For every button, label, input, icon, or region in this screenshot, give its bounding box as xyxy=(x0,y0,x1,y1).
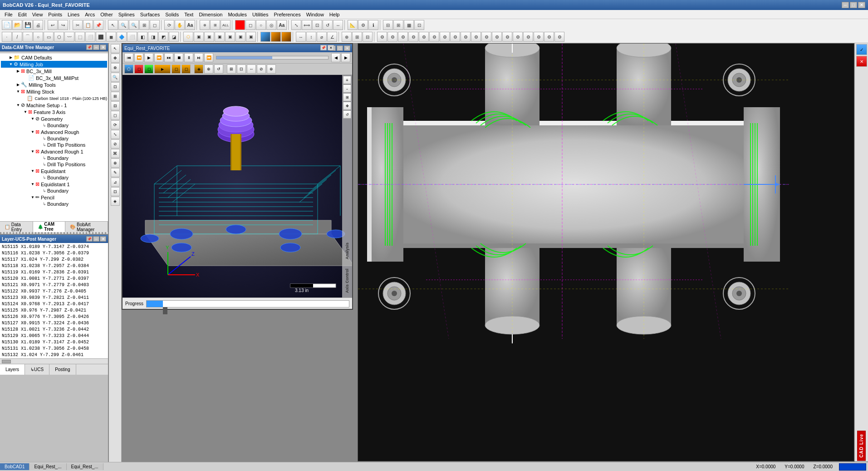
tb-text[interactable]: Aa xyxy=(277,20,287,30)
view-orange-btn[interactable]: ▶ xyxy=(154,64,171,74)
tb-save[interactable]: 💾 xyxy=(23,20,33,30)
layer-ucs-close[interactable]: ✕ xyxy=(100,236,106,242)
tb-cam12[interactable]: ⚙ xyxy=(492,32,502,42)
cam-tree-minimize[interactable]: ─ xyxy=(93,45,99,50)
menu-surfaces[interactable]: Surfaces xyxy=(137,11,162,18)
tree-item-advanced-rough-1[interactable]: ▼ ⊠ Advanced Rough 1 xyxy=(1,148,107,155)
tb-undo[interactable]: ↩ xyxy=(48,20,58,30)
tb-cam10[interactable]: ⚙ xyxy=(471,32,481,42)
tb-shade2[interactable] xyxy=(271,32,281,42)
menu-view[interactable]: View xyxy=(29,11,46,18)
tb-cam11[interactable]: ⚙ xyxy=(481,32,491,42)
side-btn-2[interactable]: ✥ xyxy=(111,54,120,63)
tb-solid3[interactable]: 🔷 xyxy=(117,32,127,42)
side-btn-12[interactable]: ⌘ xyxy=(111,149,120,158)
tab-layers[interactable]: Layers xyxy=(0,364,25,375)
menu-help[interactable]: Help xyxy=(327,11,343,18)
tb-view4[interactable]: ⊡ xyxy=(414,20,424,30)
tb-select[interactable]: ↖ xyxy=(108,20,118,30)
tb-view-left[interactable]: ▣ xyxy=(215,32,225,42)
tb-cam4[interactable]: ⚙ xyxy=(408,32,418,42)
tb-cam1[interactable]: ⚙ xyxy=(377,32,387,42)
tree-item-drill-2[interactable]: ↳ Drill Tip Positions xyxy=(1,161,107,168)
sim-fast-btn[interactable]: ⏩ xyxy=(204,53,213,62)
tb-dim1[interactable]: ↔ xyxy=(296,32,306,42)
tb-view-right[interactable]: ▣ xyxy=(225,32,235,42)
live-btn[interactable]: CAD Live xyxy=(857,431,866,461)
tb-cam3[interactable]: ⚙ xyxy=(398,32,408,42)
side-btn-13[interactable]: ⊗ xyxy=(111,159,120,168)
tree-item-cam-defaults[interactable]: ▶ 📁 CAM Defaults xyxy=(1,54,107,61)
tb-arc[interactable]: ⌒ xyxy=(23,32,33,42)
menu-dimension[interactable]: Dimension xyxy=(196,11,225,18)
tb-solid6[interactable]: ◨ xyxy=(148,32,158,42)
tb-dim3[interactable]: ⌀ xyxy=(317,32,327,42)
tb-surface1[interactable]: ⬚ xyxy=(75,32,85,42)
view-red-btn[interactable]: ◻ xyxy=(134,64,143,74)
tb-solid8[interactable]: ◪ xyxy=(169,32,179,42)
sim-rewind-btn[interactable]: ⏮ xyxy=(124,53,133,62)
cam-tree-pin[interactable]: 📌 xyxy=(86,45,93,50)
tb-zoom-select[interactable]: ◻ xyxy=(150,20,160,30)
tree-item-boundary-rough[interactable]: ↳ Boundary xyxy=(1,135,107,142)
tree-item-drill-1[interactable]: ↳ Drill Tip Positions xyxy=(1,142,107,148)
menu-lines[interactable]: Lines xyxy=(65,11,82,18)
vp-rot[interactable]: ↺ xyxy=(343,110,351,119)
tb-measure[interactable]: 📐 xyxy=(348,20,358,30)
tb-view-iso[interactable]: ⬡ xyxy=(183,32,193,42)
view-cam1[interactable]: ⊞ xyxy=(227,64,236,74)
tb-cam13[interactable]: ⚙ xyxy=(502,32,512,42)
tree-item-equidistant-1[interactable]: ▼ ⊠ Equidistant 1 xyxy=(1,181,107,188)
vp-fit[interactable]: ⊞ xyxy=(343,93,351,101)
tb-pan[interactable]: ✋ xyxy=(175,20,185,30)
side-btn-10[interactable]: ⤡ xyxy=(111,130,120,139)
menu-text[interactable]: Text xyxy=(181,11,196,18)
tb-copy[interactable]: 📋 xyxy=(83,20,93,30)
tb-move[interactable]: ⤡ xyxy=(291,20,301,30)
tb-rect[interactable]: ▭ xyxy=(44,32,54,42)
side-btn-1[interactable]: ↖ xyxy=(111,44,120,53)
tree-item-bc3x-millpst[interactable]: 📄 BC_3x_Mill_MillPst xyxy=(1,74,107,81)
tree-item-boundary-equi[interactable]: ↳ Boundary xyxy=(1,174,107,181)
progress-close[interactable]: ✕ xyxy=(328,45,334,50)
menu-solids[interactable]: Solids xyxy=(162,11,181,18)
tb-font[interactable]: Aa xyxy=(185,20,195,30)
tb-point[interactable]: · xyxy=(2,32,12,42)
tb-snap-point[interactable]: ⊕ xyxy=(200,20,210,30)
tb-solid4[interactable]: ⬜ xyxy=(127,32,137,42)
view-green-btn[interactable]: ◻ xyxy=(144,64,153,74)
tb-poly[interactable]: ⬡ xyxy=(54,32,64,42)
tb-offset[interactable]: ↔ xyxy=(333,20,343,30)
tb-solid2[interactable]: ◼ xyxy=(106,32,116,42)
scrollbar-thumb-h[interactable] xyxy=(2,360,11,363)
live-check-btn[interactable]: ✓ xyxy=(856,44,867,55)
side-btn-6[interactable]: ⊞ xyxy=(111,92,120,101)
menu-modules[interactable]: Modules xyxy=(225,11,250,18)
tb-zoom-in[interactable]: 🔍 xyxy=(118,20,128,30)
view-chip-btn[interactable]: ◈ xyxy=(194,64,203,74)
tab-bobart-manager[interactable]: 🎨 BobArt Manager xyxy=(65,222,108,232)
tb-new[interactable]: 📄 xyxy=(2,20,12,30)
tab-cam-tree[interactable]: 🌲 CAM Tree xyxy=(33,222,66,232)
view-cam4[interactable]: ⊘ xyxy=(257,64,266,74)
tb-scale2[interactable]: ⊡ xyxy=(312,20,322,30)
tb-zoom-fit[interactable]: ⊞ xyxy=(139,20,149,30)
vp-zoom-in[interactable]: + xyxy=(343,76,351,84)
sim-fast-fwd-btn[interactable]: ⏭ xyxy=(164,53,173,62)
tree-item-machine-setup[interactable]: ▼ ⊘ Machine Setup - 1 xyxy=(1,102,107,109)
menu-arcs[interactable]: Arcs xyxy=(82,11,98,18)
tb-rotate2[interactable]: ↺ xyxy=(323,20,333,30)
menu-file[interactable]: File xyxy=(2,11,15,18)
tb-dim4[interactable]: ∠ xyxy=(327,32,337,42)
tb-cam18[interactable]: ⚙ xyxy=(554,32,564,42)
tree-item-boundary-pencil[interactable]: ↳ Boundary xyxy=(1,201,107,207)
side-btn-14[interactable]: ✎ xyxy=(111,168,120,177)
tb-shade3[interactable] xyxy=(281,32,291,42)
tree-item-boundary-geo[interactable]: ↳ Boundary xyxy=(1,122,107,129)
tree-item-pencil[interactable]: ▼ ✏ Pencil xyxy=(1,194,107,201)
tree-item-carbon-steel[interactable]: 📋 Carbon Steel 1018 - Plain (100-125 HB) xyxy=(1,95,107,102)
tree-item-feature-3axis[interactable]: ▼ ⊠ Feature 3 Axis xyxy=(1,109,107,115)
cam-tree-area[interactable]: ▶ 📁 CAM Defaults ▼ ⚙ Milling Job ▶ ⊠ BC_… xyxy=(0,53,108,221)
tb-draw3[interactable]: ◎ xyxy=(266,20,276,30)
tb-draw2[interactable]: ○ xyxy=(256,20,266,30)
